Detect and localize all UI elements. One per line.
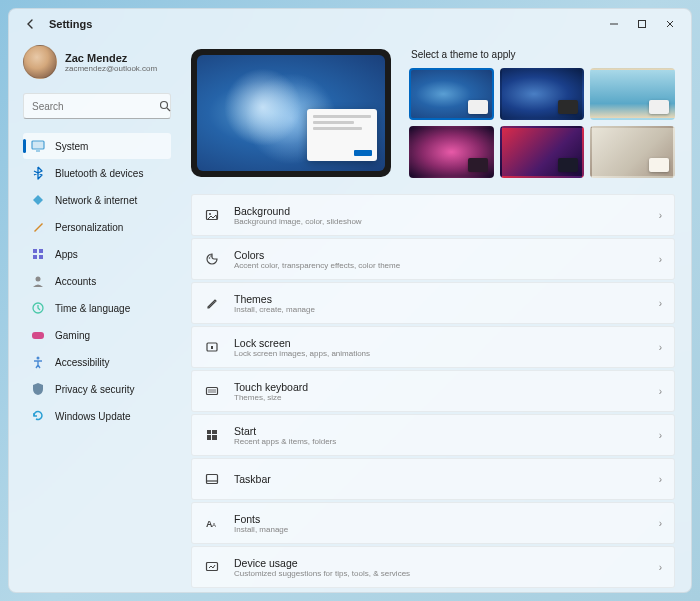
theme-tile-window — [558, 158, 578, 172]
close-icon — [665, 19, 675, 29]
nav-item-time-language[interactable]: Time & language — [23, 295, 171, 321]
minimize-icon — [609, 19, 619, 29]
chevron-right-icon: › — [659, 474, 662, 485]
start-icon — [204, 427, 220, 443]
nav-label: Time & language — [55, 303, 130, 314]
minimize-button[interactable] — [607, 17, 621, 31]
pen-icon — [204, 295, 220, 311]
themes-title: Select a theme to apply — [409, 49, 675, 60]
svg-point-10 — [36, 277, 41, 282]
user-block[interactable]: Zac Mendez zacmendez@outlook.com — [23, 43, 171, 81]
nav-item-network-internet[interactable]: Network & internet — [23, 187, 171, 213]
theme-tile-3[interactable] — [590, 68, 675, 120]
row-title: Taskbar — [234, 473, 659, 485]
user-email: zacmendez@outlook.com — [65, 64, 157, 73]
setting-row-background[interactable]: Background Background image, color, slid… — [191, 194, 675, 236]
nav-label: System — [55, 141, 88, 152]
nav-item-privacy-security[interactable]: Privacy & security — [23, 376, 171, 402]
device-screen — [197, 55, 385, 171]
theme-tile-window — [468, 100, 488, 114]
privacy-icon — [31, 382, 45, 396]
theme-tile-4[interactable] — [409, 126, 494, 178]
nav-item-bluetooth-devices[interactable]: Bluetooth & devices — [23, 160, 171, 186]
nav-item-accounts[interactable]: Accounts — [23, 268, 171, 294]
nav-label: Accessibility — [55, 357, 109, 368]
main-panel: Select a theme to apply Background Backg… — [181, 39, 691, 592]
theme-tile-window — [558, 100, 578, 114]
close-button[interactable] — [663, 17, 677, 31]
search-icon — [159, 100, 171, 112]
back-button[interactable] — [17, 10, 45, 38]
row-text: Lock screen Lock screen images, apps, an… — [234, 337, 659, 358]
setting-row-start[interactable]: Start Recent apps & items, folders › — [191, 414, 675, 456]
theme-grid — [409, 68, 675, 178]
svg-rect-24 — [212, 430, 217, 434]
setting-row-fonts[interactable]: AA Fonts Install, manage › — [191, 502, 675, 544]
nav-label: Accounts — [55, 276, 96, 287]
row-text: Background Background image, color, slid… — [234, 205, 659, 226]
setting-row-touch-keyboard[interactable]: Touch keyboard Themes, size › — [191, 370, 675, 412]
content: Zac Mendez zacmendez@outlook.com SystemB… — [9, 39, 691, 592]
theme-tile-window — [468, 158, 488, 172]
row-subtitle: Background image, color, slideshow — [234, 217, 659, 226]
network-icon — [31, 193, 45, 207]
preview-row: Select a theme to apply — [191, 49, 675, 178]
search-input[interactable] — [32, 101, 159, 112]
time-icon — [31, 301, 45, 315]
palette-icon — [204, 251, 220, 267]
search-box[interactable] — [23, 93, 171, 119]
svg-rect-12 — [32, 332, 44, 339]
row-title: Colors — [234, 249, 659, 261]
chevron-right-icon: › — [659, 254, 662, 265]
chevron-right-icon: › — [659, 386, 662, 397]
taskbar-icon — [204, 471, 220, 487]
row-text: Touch keyboard Themes, size — [234, 381, 659, 402]
theme-tile-2[interactable] — [500, 68, 585, 120]
window-controls — [607, 17, 683, 31]
theme-tile-1[interactable] — [409, 68, 494, 120]
chevron-right-icon: › — [659, 342, 662, 353]
nav-item-windows-update[interactable]: Windows Update — [23, 403, 171, 429]
setting-row-themes[interactable]: Themes Install, create, manage › — [191, 282, 675, 324]
theme-tile-window — [649, 100, 669, 114]
nav-list: SystemBluetooth & devicesNetwork & inter… — [23, 133, 171, 429]
svg-rect-25 — [207, 435, 211, 440]
nav-label: Gaming — [55, 330, 90, 341]
mini-window — [307, 109, 377, 161]
svg-rect-27 — [207, 475, 218, 484]
svg-rect-26 — [212, 435, 217, 440]
svg-text:A: A — [212, 522, 216, 528]
chevron-right-icon: › — [659, 210, 662, 221]
nav-item-personalization[interactable]: Personalization — [23, 214, 171, 240]
nav-item-system[interactable]: System — [23, 133, 171, 159]
row-subtitle: Install, manage — [234, 525, 659, 534]
svg-rect-20 — [207, 388, 218, 395]
nav-item-apps[interactable]: Apps — [23, 241, 171, 267]
nav-item-accessibility[interactable]: Accessibility — [23, 349, 171, 375]
row-title: Device usage — [234, 557, 659, 569]
row-text: Fonts Install, manage — [234, 513, 659, 534]
svg-line-3 — [167, 108, 170, 111]
setting-row-device-usage[interactable]: Device usage Customized suggestions for … — [191, 546, 675, 588]
chevron-right-icon: › — [659, 518, 662, 529]
apps-icon — [31, 247, 45, 261]
setting-row-lock-screen[interactable]: Lock screen Lock screen images, apps, an… — [191, 326, 675, 368]
brush-icon — [31, 220, 45, 234]
accessibility-icon — [31, 355, 45, 369]
maximize-button[interactable] — [635, 17, 649, 31]
svg-point-13 — [37, 357, 40, 360]
theme-tile-5[interactable] — [500, 126, 585, 178]
usage-icon — [204, 559, 220, 575]
nav-item-gaming[interactable]: Gaming — [23, 322, 171, 348]
svg-rect-9 — [39, 255, 43, 259]
svg-rect-4 — [32, 141, 44, 149]
nav-label: Network & internet — [55, 195, 137, 206]
setting-row-colors[interactable]: Colors Accent color, transparency effect… — [191, 238, 675, 280]
theme-tile-6[interactable] — [590, 126, 675, 178]
account-icon — [31, 274, 45, 288]
row-title: Start — [234, 425, 659, 437]
svg-rect-1 — [639, 21, 646, 28]
svg-point-2 — [161, 102, 168, 109]
setting-row-taskbar[interactable]: Taskbar › — [191, 458, 675, 500]
nav-label: Privacy & security — [55, 384, 134, 395]
